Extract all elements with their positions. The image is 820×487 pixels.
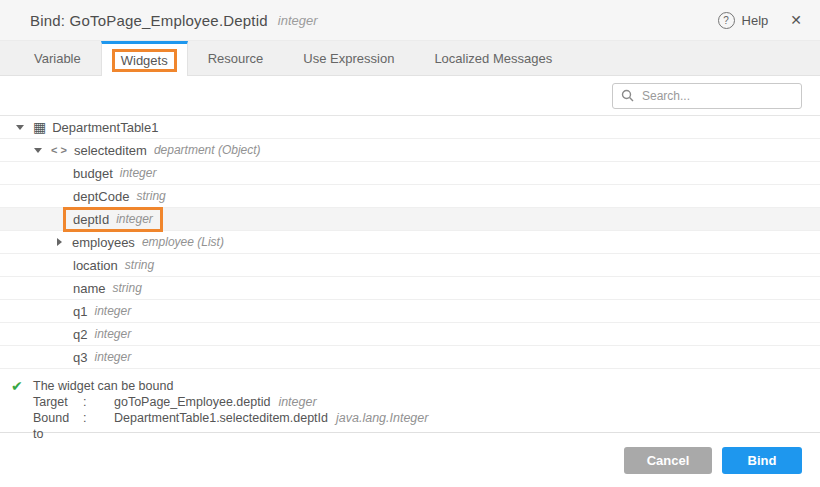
search-icon — [621, 89, 634, 102]
help-icon[interactable]: ? — [718, 12, 735, 29]
search-input[interactable] — [640, 88, 793, 104]
annotation-box: deptIdinteger — [63, 207, 163, 232]
tree-row-deptcode[interactable]: deptCodestring — [0, 185, 820, 208]
status-colon: : — [83, 394, 114, 410]
close-icon[interactable]: ✕ — [790, 12, 802, 28]
tab-localized-messages[interactable]: Localized Messages — [414, 41, 572, 75]
widgets-tree: ▦DepartmentTable1< >selecteditemdepartme… — [0, 116, 820, 369]
tab-label: Localized Messages — [434, 51, 552, 66]
tree-node-type: string — [125, 258, 154, 272]
dialog-title-type: integer — [278, 13, 318, 28]
tab-use-expression[interactable]: Use Expression — [283, 41, 414, 75]
check-icon: ✔ — [11, 378, 23, 394]
tree-row-selecteditem[interactable]: < >selecteditemdepartment (Object) — [0, 139, 820, 162]
tab-variable[interactable]: Variable — [14, 41, 101, 75]
tree-node-type: string — [113, 281, 142, 295]
tree-node-label: q1 — [73, 304, 87, 319]
tree-row-q3[interactable]: q3integer — [0, 346, 820, 369]
status-rows: Target:goToPage_Employee.deptidintegerBo… — [0, 394, 820, 442]
help-button[interactable]: Help — [742, 13, 769, 28]
tab-label: Variable — [34, 51, 81, 66]
tree-node-type: integer — [94, 327, 131, 341]
tab-resource[interactable]: Resource — [188, 41, 284, 75]
search-box[interactable] — [612, 83, 802, 109]
tree-node-label: employees — [72, 235, 135, 250]
annotation-box: Widgets — [112, 49, 177, 72]
tree-row-q1[interactable]: q1integer — [0, 300, 820, 323]
tree-row-q2[interactable]: q2integer — [0, 323, 820, 346]
dialog-title: Bind: GoToPage_Employee.Deptid — [30, 12, 268, 29]
tree-node-label: deptCode — [73, 189, 129, 204]
tree-node-type: integer — [120, 166, 157, 180]
status-colon: : — [83, 410, 114, 442]
tree-node-label: q2 — [73, 327, 87, 342]
tree-row-deptid[interactable]: deptIdinteger — [0, 208, 820, 231]
dialog-header: Bind: GoToPage_Employee.Deptid integer ?… — [0, 0, 820, 40]
tree-node-type: department (Object) — [154, 143, 261, 157]
status-label: Bound to — [33, 410, 83, 442]
tree-node-label: DepartmentTable1 — [52, 120, 158, 135]
cancel-button[interactable]: Cancel — [624, 447, 712, 474]
chevron-right-icon[interactable] — [57, 238, 62, 246]
tree-row-employees[interactable]: employeesemployee (List) — [0, 231, 820, 254]
tab-label: Widgets — [121, 53, 168, 68]
tree-node-type: string — [136, 189, 165, 203]
tree-row-name[interactable]: namestring — [0, 277, 820, 300]
tree-node-label: name — [73, 281, 106, 296]
tree-node-label: budget — [73, 166, 113, 181]
status-row-target: Target:goToPage_Employee.deptidinteger — [33, 394, 820, 410]
tab-widgets[interactable]: Widgets — [101, 41, 188, 76]
tab-label: Use Expression — [303, 51, 394, 66]
binding-status: ✔ The widget can be bound Target:goToPag… — [0, 369, 820, 433]
status-message: The widget can be bound — [33, 378, 820, 394]
tree-node-label: deptId — [73, 212, 109, 227]
status-value: DepartmentTable1.selecteditem.deptId — [114, 410, 328, 442]
tree-node-label: location — [73, 258, 118, 273]
bind-button[interactable]: Bind — [722, 447, 802, 474]
tree-node-type: employee (List) — [142, 235, 224, 249]
table-icon: ▦ — [33, 120, 46, 134]
status-value: goToPage_Employee.deptid — [114, 394, 270, 410]
tab-label: Resource — [208, 51, 264, 66]
object-icon: < > — [51, 144, 67, 156]
tree-row-budget[interactable]: budgetinteger — [0, 162, 820, 185]
header-actions: ? Help ✕ — [718, 12, 802, 29]
status-label: Target — [33, 394, 83, 410]
tree-row-departmenttable1[interactable]: ▦DepartmentTable1 — [0, 116, 820, 139]
search-row — [0, 76, 820, 116]
chevron-down-icon[interactable] — [16, 125, 24, 130]
tree-row-location[interactable]: locationstring — [0, 254, 820, 277]
tab-bar: VariableWidgetsResourceUse ExpressionLoc… — [0, 40, 820, 76]
status-value-type: java.lang.Integer — [336, 410, 428, 442]
status-value-type: integer — [278, 394, 316, 410]
tree-node-label: q3 — [73, 350, 87, 365]
chevron-down-icon[interactable] — [34, 148, 42, 153]
tree-node-type: integer — [116, 212, 153, 226]
status-row-bound-to: Bound to:DepartmentTable1.selecteditem.d… — [33, 410, 820, 442]
tree-node-type: integer — [94, 304, 131, 318]
tree-node-label: selecteditem — [74, 143, 147, 158]
tree-node-type: integer — [94, 350, 131, 364]
